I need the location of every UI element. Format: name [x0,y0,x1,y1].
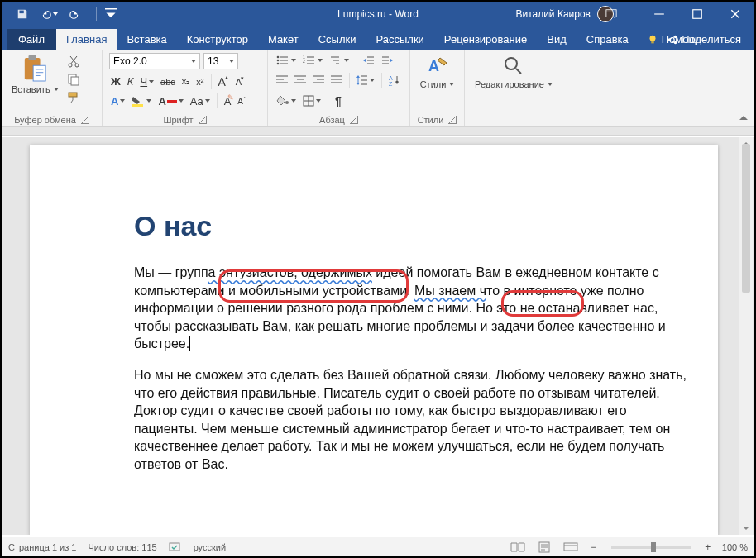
clipboard-group-label: Буфер обмена [14,115,76,125]
styles-dialog-launcher[interactable] [448,116,457,124]
status-page[interactable]: Страница 1 из 1 [8,542,76,552]
increase-indent-button[interactable] [380,55,395,66]
numbering-button[interactable]: 12 [301,55,324,66]
collapse-ribbon-icon[interactable] [738,112,749,123]
shrink-font-button[interactable]: A▾ [234,77,246,87]
zoom-slider[interactable] [611,546,691,549]
scroll-thumb[interactable] [742,144,750,293]
paste-button[interactable]: Вставить [8,53,62,96]
svg-rect-13 [71,77,79,85]
align-left-button[interactable] [275,75,289,85]
scroll-down-icon[interactable] [739,522,753,535]
decrease-indent-button[interactable] [361,55,376,66]
editing-button[interactable]: Редактирование [471,53,556,91]
svg-rect-3 [651,41,654,43]
editing-label: Редактирование [475,79,544,89]
grow-font-alt[interactable]: Aˆ [236,97,247,106]
lightbulb-icon [647,34,658,45]
minimize-button[interactable] [640,2,678,26]
clear-formatting-button[interactable]: A✎ [222,95,233,107]
styles-button[interactable]: A Стили [417,53,457,91]
line-spacing-button[interactable] [355,74,376,86]
zoom-out-button[interactable]: − [588,541,600,553]
cut-icon[interactable] [67,55,80,68]
web-layout-icon[interactable] [562,540,580,555]
bullets-button[interactable] [275,55,298,66]
justify-button[interactable] [329,75,344,85]
user-name[interactable]: Виталий Каиров [515,8,591,20]
font-color-button[interactable]: A [156,95,184,107]
zoom-in-button[interactable]: + [702,541,714,553]
tab-review[interactable]: Рецензирование [434,29,537,50]
tab-file[interactable]: Файл [7,29,56,50]
find-icon [502,55,525,78]
redo-icon[interactable] [69,8,81,20]
paragraph-dialog-launcher[interactable] [350,116,358,124]
bold-button[interactable]: Ж [109,75,122,88]
autosave-icon[interactable] [17,8,28,20]
qat-customize-icon[interactable] [105,8,117,20]
format-painter-icon[interactable] [67,91,80,104]
tab-insert[interactable]: Вставка [117,29,176,50]
spellcheck-icon[interactable] [169,541,182,553]
svg-point-23 [285,101,289,104]
italic-button[interactable]: К [126,75,136,88]
read-mode-icon[interactable] [509,540,527,555]
svg-rect-1 [693,10,702,19]
change-case-button[interactable]: Aa [189,95,212,107]
tab-references[interactable]: Ссылки [309,29,366,50]
sort-button[interactable]: AZ [387,74,402,86]
svg-rect-14 [69,93,77,97]
font-name[interactable]: Exo 2.0 [109,53,200,69]
borders-button[interactable] [301,95,323,107]
highlight-button[interactable] [130,95,153,107]
zoom-level[interactable]: 100 % [722,542,748,552]
font-size[interactable]: 13 [203,53,238,69]
ribbon-display-options-icon[interactable] [605,8,634,20]
document-page[interactable]: О нас Мы — группа энтузиастов, одержимых… [30,145,718,535]
tab-home[interactable]: Главная [56,29,117,50]
vertical-scrollbar[interactable] [739,137,753,535]
paragraph-group-label: Абзац [319,115,345,125]
svg-text:2: 2 [303,59,305,64]
svg-rect-8 [29,55,36,60]
copy-icon[interactable] [67,73,80,86]
shading-button[interactable] [275,95,298,107]
tab-mailings[interactable]: Рассылки [366,29,433,50]
wavy-span-2: Мы знаем ч [414,284,486,298]
clipboard-dialog-launcher[interactable] [81,116,89,124]
show-marks-button[interactable]: ¶ [333,94,343,107]
styles-label: Стили [420,79,447,89]
strikethrough-button[interactable]: abc [159,77,177,87]
align-center-button[interactable] [293,75,308,85]
styles-icon: A [426,55,449,78]
tab-view[interactable]: Вид [537,29,577,50]
svg-point-18 [277,63,280,65]
svg-point-2 [649,35,655,41]
grow-font-button[interactable]: A▴ [217,75,231,88]
superscript-button[interactable]: x² [194,77,205,87]
tab-design[interactable]: Конструктор [177,29,258,50]
text-effects-button[interactable]: A [109,95,127,107]
close-button[interactable] [716,2,754,26]
svg-text:Z: Z [389,81,393,86]
status-word-count[interactable]: Число слов: 115 [88,542,156,552]
svg-point-26 [505,58,517,69]
svg-rect-27 [170,543,179,551]
print-layout-icon[interactable] [535,540,553,555]
svg-rect-29 [564,543,577,551]
subscript-button[interactable]: x₂ [180,76,192,87]
tab-help[interactable]: Справка [577,29,639,50]
status-language[interactable]: русский [194,542,226,552]
font-group-label: Шрифт [163,115,193,125]
tab-layout[interactable]: Макет [258,29,309,50]
multilevel-list-button[interactable] [328,55,351,66]
undo-icon[interactable] [40,8,58,20]
share-button[interactable]: Поделиться [660,29,748,50]
maximize-button[interactable] [678,2,716,26]
underline-button[interactable]: Ч [138,75,156,88]
svg-point-17 [277,60,280,62]
font-dialog-launcher[interactable] [199,116,207,124]
align-right-button[interactable] [311,75,326,85]
paragraph-1: Мы — группа энтузиастов, одержимых идеей… [134,264,693,353]
